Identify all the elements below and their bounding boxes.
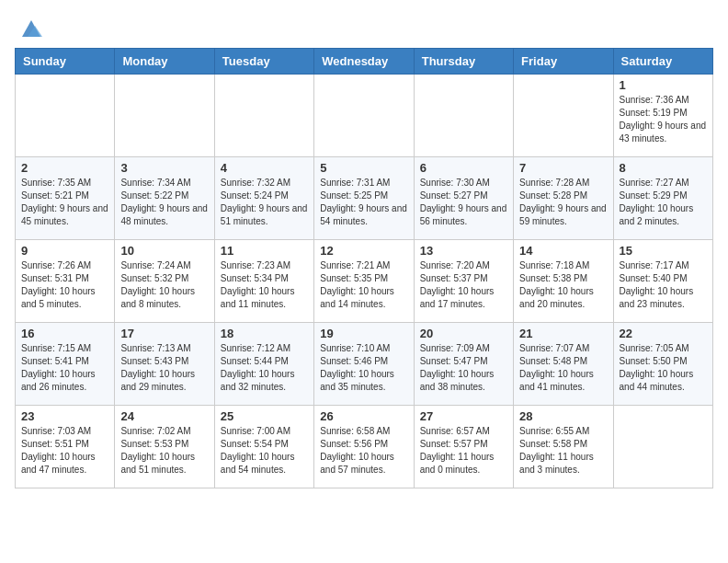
day-number: 28	[519, 409, 607, 423]
calendar-cell: 2Sunrise: 7:35 AM Sunset: 5:21 PM Daylig…	[16, 157, 115, 240]
day-number: 25	[221, 409, 308, 423]
calendar-cell: 25Sunrise: 7:00 AM Sunset: 5:54 PM Dayli…	[214, 406, 313, 488]
calendar-cell: 26Sunrise: 6:58 AM Sunset: 5:56 PM Dayli…	[314, 406, 414, 488]
calendar-cell	[16, 75, 115, 157]
day-info: Sunrise: 7:24 AM Sunset: 5:32 PM Dayligh…	[120, 259, 208, 311]
calendar-cell: 18Sunrise: 7:12 AM Sunset: 5:44 PM Dayli…	[214, 323, 313, 406]
day-info: Sunrise: 7:35 AM Sunset: 5:21 PM Dayligh…	[21, 177, 108, 228]
day-number: 21	[519, 327, 607, 340]
calendar-cell: 27Sunrise: 6:57 AM Sunset: 5:57 PM Dayli…	[414, 406, 513, 488]
day-info: Sunrise: 7:05 AM Sunset: 5:50 PM Dayligh…	[620, 342, 707, 394]
logo	[15, 15, 44, 40]
day-number: 5	[320, 161, 407, 175]
day-number: 24	[120, 409, 208, 423]
day-info: Sunrise: 7:13 AM Sunset: 5:43 PM Dayligh…	[120, 342, 208, 394]
day-info: Sunrise: 7:34 AM Sunset: 5:22 PM Dayligh…	[120, 177, 208, 228]
calendar-week-row: 23Sunrise: 7:03 AM Sunset: 5:51 PM Dayli…	[16, 406, 713, 488]
day-number: 9	[21, 244, 108, 258]
weekday-header-thursday: Thursday	[414, 49, 513, 75]
calendar-header-row: SundayMondayTuesdayWednesdayThursdayFrid…	[16, 49, 713, 75]
calendar-cell: 19Sunrise: 7:10 AM Sunset: 5:46 PM Dayli…	[314, 323, 414, 406]
day-info: Sunrise: 7:31 AM Sunset: 5:25 PM Dayligh…	[320, 177, 407, 228]
calendar-cell	[314, 75, 414, 157]
day-info: Sunrise: 7:03 AM Sunset: 5:51 PM Dayligh…	[21, 425, 108, 477]
weekday-header-tuesday: Tuesday	[214, 49, 313, 75]
weekday-header-sunday: Sunday	[16, 49, 115, 75]
weekday-header-saturday: Saturday	[613, 49, 712, 75]
day-number: 19	[320, 327, 407, 340]
weekday-header-monday: Monday	[115, 49, 214, 75]
day-number: 22	[620, 327, 707, 340]
day-info: Sunrise: 7:26 AM Sunset: 5:31 PM Dayligh…	[21, 259, 108, 311]
day-info: Sunrise: 7:02 AM Sunset: 5:53 PM Dayligh…	[120, 425, 208, 477]
calendar-cell	[613, 406, 712, 488]
calendar-week-row: 9Sunrise: 7:26 AM Sunset: 5:31 PM Daylig…	[16, 240, 713, 323]
calendar-cell: 5Sunrise: 7:31 AM Sunset: 5:25 PM Daylig…	[314, 157, 414, 240]
day-info: Sunrise: 7:28 AM Sunset: 5:28 PM Dayligh…	[519, 177, 607, 228]
calendar-cell	[115, 75, 214, 157]
day-info: Sunrise: 7:30 AM Sunset: 5:27 PM Dayligh…	[420, 177, 507, 228]
calendar-cell	[414, 75, 513, 157]
day-info: Sunrise: 7:23 AM Sunset: 5:34 PM Dayligh…	[221, 259, 308, 311]
day-number: 23	[21, 409, 108, 423]
day-number: 10	[120, 244, 208, 258]
calendar-cell: 3Sunrise: 7:34 AM Sunset: 5:22 PM Daylig…	[115, 157, 214, 240]
day-info: Sunrise: 6:55 AM Sunset: 5:58 PM Dayligh…	[519, 425, 607, 477]
day-number: 27	[420, 409, 507, 423]
day-number: 20	[420, 327, 507, 340]
day-info: Sunrise: 7:21 AM Sunset: 5:35 PM Dayligh…	[320, 259, 407, 311]
calendar-cell	[514, 75, 613, 157]
calendar-cell: 22Sunrise: 7:05 AM Sunset: 5:50 PM Dayli…	[613, 323, 712, 406]
calendar-cell	[214, 75, 313, 157]
calendar-table: SundayMondayTuesdayWednesdayThursdayFrid…	[15, 48, 713, 488]
day-number: 4	[221, 161, 308, 175]
day-info: Sunrise: 7:17 AM Sunset: 5:40 PM Dayligh…	[620, 259, 707, 311]
calendar-cell: 17Sunrise: 7:13 AM Sunset: 5:43 PM Dayli…	[115, 323, 214, 406]
calendar-cell: 10Sunrise: 7:24 AM Sunset: 5:32 PM Dayli…	[115, 240, 214, 323]
day-number: 17	[120, 327, 208, 340]
day-number: 7	[519, 161, 607, 175]
calendar-cell: 21Sunrise: 7:07 AM Sunset: 5:48 PM Dayli…	[514, 323, 613, 406]
day-number: 26	[320, 409, 407, 423]
day-number: 1	[620, 78, 707, 92]
day-info: Sunrise: 7:20 AM Sunset: 5:37 PM Dayligh…	[420, 259, 507, 311]
day-number: 13	[420, 244, 507, 258]
day-info: Sunrise: 7:12 AM Sunset: 5:44 PM Dayligh…	[221, 342, 308, 394]
day-number: 8	[620, 161, 707, 175]
calendar-week-row: 16Sunrise: 7:15 AM Sunset: 5:41 PM Dayli…	[16, 323, 713, 406]
calendar-cell: 20Sunrise: 7:09 AM Sunset: 5:47 PM Dayli…	[414, 323, 513, 406]
calendar-cell: 14Sunrise: 7:18 AM Sunset: 5:38 PM Dayli…	[514, 240, 613, 323]
calendar-cell: 23Sunrise: 7:03 AM Sunset: 5:51 PM Dayli…	[16, 406, 115, 488]
calendar-cell: 1Sunrise: 7:36 AM Sunset: 5:19 PM Daylig…	[613, 75, 712, 157]
day-info: Sunrise: 7:10 AM Sunset: 5:46 PM Dayligh…	[320, 342, 407, 394]
calendar-cell: 6Sunrise: 7:30 AM Sunset: 5:27 PM Daylig…	[414, 157, 513, 240]
day-number: 15	[620, 244, 707, 258]
calendar-cell: 13Sunrise: 7:20 AM Sunset: 5:37 PM Dayli…	[414, 240, 513, 323]
day-info: Sunrise: 7:27 AM Sunset: 5:29 PM Dayligh…	[620, 177, 707, 228]
calendar-cell: 12Sunrise: 7:21 AM Sunset: 5:35 PM Dayli…	[314, 240, 414, 323]
day-number: 12	[320, 244, 407, 258]
calendar-cell: 8Sunrise: 7:27 AM Sunset: 5:29 PM Daylig…	[613, 157, 712, 240]
day-info: Sunrise: 7:15 AM Sunset: 5:41 PM Dayligh…	[21, 342, 108, 394]
calendar-cell: 28Sunrise: 6:55 AM Sunset: 5:58 PM Dayli…	[514, 406, 613, 488]
day-info: Sunrise: 7:36 AM Sunset: 5:19 PM Dayligh…	[620, 94, 707, 145]
day-number: 6	[420, 161, 507, 175]
day-number: 2	[21, 161, 108, 175]
day-number: 11	[221, 244, 308, 258]
weekday-header-friday: Friday	[514, 49, 613, 75]
day-number: 14	[519, 244, 607, 258]
day-info: Sunrise: 6:58 AM Sunset: 5:56 PM Dayligh…	[320, 425, 407, 477]
day-info: Sunrise: 7:00 AM Sunset: 5:54 PM Dayligh…	[221, 425, 308, 477]
page-header	[15, 15, 713, 40]
calendar-cell: 24Sunrise: 7:02 AM Sunset: 5:53 PM Dayli…	[115, 406, 214, 488]
calendar-cell: 11Sunrise: 7:23 AM Sunset: 5:34 PM Dayli…	[214, 240, 313, 323]
calendar-week-row: 2Sunrise: 7:35 AM Sunset: 5:21 PM Daylig…	[16, 157, 713, 240]
day-info: Sunrise: 7:07 AM Sunset: 5:48 PM Dayligh…	[519, 342, 607, 394]
day-info: Sunrise: 7:09 AM Sunset: 5:47 PM Dayligh…	[420, 342, 507, 394]
day-info: Sunrise: 6:57 AM Sunset: 5:57 PM Dayligh…	[420, 425, 507, 477]
day-number: 16	[21, 327, 108, 340]
day-number: 18	[221, 327, 308, 340]
calendar-cell: 15Sunrise: 7:17 AM Sunset: 5:40 PM Dayli…	[613, 240, 712, 323]
day-number: 3	[120, 161, 208, 175]
calendar-cell: 16Sunrise: 7:15 AM Sunset: 5:41 PM Dayli…	[16, 323, 115, 406]
